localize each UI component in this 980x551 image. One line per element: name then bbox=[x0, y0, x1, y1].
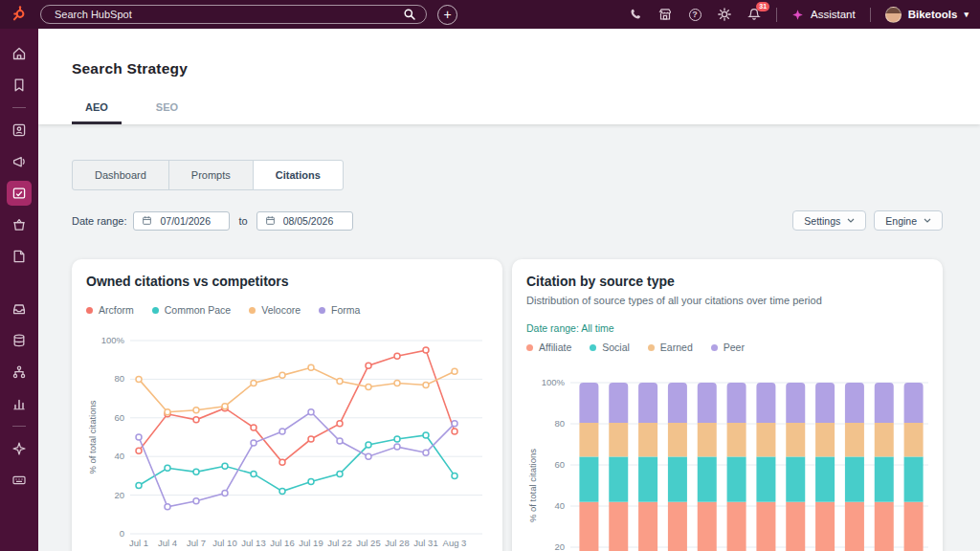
sidebar-item-breeze-ai[interactable] bbox=[7, 436, 32, 461]
svg-text:Jul 13: Jul 13 bbox=[241, 538, 265, 548]
inbox-icon bbox=[11, 301, 27, 317]
sidebar-item-commerce[interactable] bbox=[7, 212, 32, 237]
card-title: Owned citations vs competitors bbox=[86, 274, 488, 289]
chevron-down-icon bbox=[924, 218, 931, 223]
legend-dot bbox=[648, 344, 655, 351]
hubspot-logo-icon[interactable] bbox=[10, 5, 29, 24]
owned-citations-card: Owned citations vs competitors Arcform C… bbox=[72, 259, 502, 551]
chevron-down-icon: ▾ bbox=[964, 10, 969, 19]
svg-text:Jul 10: Jul 10 bbox=[212, 538, 236, 548]
svg-text:Jul 19: Jul 19 bbox=[299, 538, 323, 548]
divider bbox=[870, 8, 871, 22]
account-name: Biketools bbox=[908, 9, 958, 20]
settings-icon[interactable] bbox=[717, 7, 732, 22]
legend-item: Social bbox=[590, 342, 630, 353]
search-input[interactable] bbox=[53, 8, 402, 21]
sidebar-item-automations[interactable] bbox=[7, 360, 32, 385]
settings-dropdown[interactable]: Settings bbox=[792, 210, 866, 231]
legend-item: Common Pace bbox=[152, 304, 231, 316]
sidebar-item-developer[interactable] bbox=[7, 468, 32, 493]
svg-text:40: 40 bbox=[114, 451, 124, 461]
marketplace-icon[interactable] bbox=[657, 7, 673, 22]
account-menu[interactable]: Biketools ▾ bbox=[885, 7, 969, 23]
database-icon bbox=[11, 333, 27, 348]
filter-row: Date range: to bbox=[72, 210, 943, 231]
card-title: Citation by source type bbox=[526, 274, 928, 289]
calling-icon[interactable] bbox=[628, 7, 643, 22]
sidebar-item-reporting[interactable] bbox=[7, 391, 32, 416]
svg-text:Jul 28: Jul 28 bbox=[385, 538, 409, 548]
date-start-field[interactable] bbox=[133, 211, 230, 231]
date-end-field[interactable] bbox=[256, 211, 353, 231]
legend-item: Peer bbox=[711, 342, 745, 353]
notifications-icon[interactable]: 31 bbox=[746, 7, 762, 22]
subtab-citations[interactable]: Citations bbox=[253, 160, 344, 190]
sidebar-item-service-inbox[interactable] bbox=[7, 297, 32, 321]
tab-aeo[interactable]: AEO bbox=[72, 101, 122, 124]
sidebar-item-content[interactable] bbox=[7, 181, 32, 206]
calendar-icon bbox=[265, 215, 276, 226]
top-navigation-bar: + ? bbox=[0, 0, 980, 29]
page-header: Search Strategy AEO SEO bbox=[38, 29, 980, 124]
legend-dot bbox=[319, 307, 325, 314]
tab-seo[interactable]: SEO bbox=[143, 101, 191, 124]
legend-dot bbox=[590, 344, 596, 351]
search-icon[interactable] bbox=[402, 7, 417, 22]
legend-item: Arcform bbox=[86, 304, 134, 316]
calendar-icon bbox=[142, 215, 152, 226]
sidebar-item-home[interactable] bbox=[7, 41, 32, 66]
svg-text:20: 20 bbox=[554, 541, 565, 551]
svg-text:0: 0 bbox=[120, 528, 124, 539]
citation-source-card: Citation by source type Distribution of … bbox=[512, 259, 943, 551]
card-subtitle: Distribution of source types of all your… bbox=[526, 295, 928, 306]
legend-dot bbox=[526, 344, 533, 351]
date-start-input[interactable] bbox=[158, 214, 221, 228]
line-chart-legend: Arcform Common Pace Velocore Forma bbox=[86, 304, 488, 316]
svg-text:Jul 16: Jul 16 bbox=[270, 538, 294, 548]
sidebar-item-sales[interactable] bbox=[7, 244, 32, 269]
legend-dot bbox=[249, 307, 256, 314]
svg-text:80: 80 bbox=[114, 373, 124, 384]
workflow-icon bbox=[11, 364, 27, 380]
svg-text:Jul 31: Jul 31 bbox=[413, 538, 437, 548]
divider bbox=[776, 8, 777, 22]
keyboard-icon bbox=[11, 473, 27, 488]
subtab-dashboard[interactable]: Dashboard bbox=[72, 160, 169, 190]
legend-item: Velocore bbox=[249, 304, 301, 316]
subtab-prompts[interactable]: Prompts bbox=[168, 160, 254, 190]
legend-dot bbox=[86, 307, 93, 314]
legend-item: Affiliate bbox=[526, 342, 571, 353]
legend-dot bbox=[152, 307, 159, 314]
bookmark-icon bbox=[11, 77, 27, 93]
basket-icon bbox=[11, 217, 27, 232]
avatar bbox=[885, 7, 902, 23]
date-range-label: Date range: bbox=[72, 215, 126, 227]
engine-dropdown[interactable]: Engine bbox=[874, 210, 943, 231]
svg-text:60: 60 bbox=[114, 412, 124, 423]
svg-text:Aug 3: Aug 3 bbox=[443, 538, 467, 548]
assistant-button[interactable]: Assistant bbox=[791, 9, 856, 21]
contacts-card-icon bbox=[11, 122, 27, 138]
svg-text:Jul 7: Jul 7 bbox=[187, 538, 206, 548]
chevron-down-icon bbox=[847, 218, 855, 223]
svg-text:% of total citations: % of total citations bbox=[527, 449, 538, 522]
stacked-bar-chart: 20406080100%% of total citations bbox=[526, 361, 932, 551]
sidebar-item-crm-contacts[interactable] bbox=[7, 118, 32, 143]
help-icon[interactable]: ? bbox=[687, 7, 702, 22]
svg-text:% of total citations: % of total citations bbox=[87, 400, 98, 474]
svg-text:Jul 22: Jul 22 bbox=[327, 538, 351, 548]
page-title: Search Strategy bbox=[72, 29, 980, 77]
sidebar-item-data-management[interactable] bbox=[7, 328, 32, 353]
sidebar-item-marketing[interactable] bbox=[7, 149, 32, 174]
bar-chart-icon bbox=[11, 396, 27, 411]
global-search[interactable] bbox=[40, 5, 427, 24]
svg-text:60: 60 bbox=[554, 459, 565, 470]
megaphone-icon bbox=[11, 154, 27, 169]
create-button[interactable]: + bbox=[437, 5, 457, 25]
assistant-label: Assistant bbox=[811, 9, 856, 20]
main-tab-bar: AEO SEO bbox=[72, 101, 191, 124]
sidebar-item-bookmarks[interactable] bbox=[7, 73, 32, 98]
date-end-input[interactable] bbox=[281, 214, 345, 228]
bar-chart-legend: Affiliate Social Earned Peer bbox=[526, 342, 928, 353]
svg-text:40: 40 bbox=[554, 500, 565, 511]
